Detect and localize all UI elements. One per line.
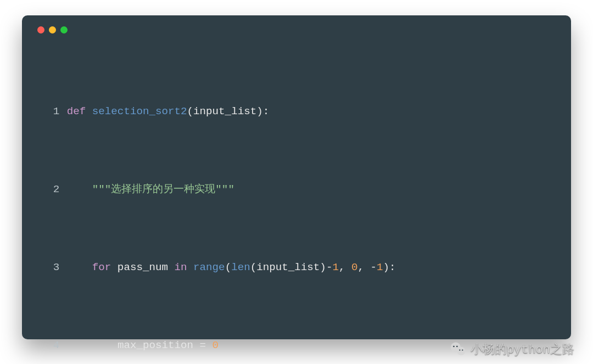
- code-window: 1 def selection_sort2(input_list): 2 """…: [22, 15, 571, 339]
- svg-point-5: [462, 350, 463, 351]
- close-dot[interactable]: [37, 26, 44, 33]
- svg-point-1: [457, 347, 465, 355]
- svg-point-4: [459, 350, 460, 351]
- line-number: 2: [37, 180, 59, 200]
- window-traffic-lights: [37, 26, 556, 33]
- watermark-text: 小杨的python之路: [471, 341, 574, 357]
- line-number: 1: [37, 102, 59, 122]
- code-line: 1 def selection_sort2(input_list):: [37, 102, 556, 122]
- svg-point-2: [453, 346, 455, 348]
- line-content: def selection_sort2(input_list):: [67, 102, 269, 122]
- line-content: """选择排序的另一种实现""": [67, 180, 234, 200]
- watermark: 小杨的python之路: [450, 341, 574, 357]
- code-line: 2 """选择排序的另一种实现""": [37, 180, 556, 200]
- svg-point-3: [456, 346, 458, 348]
- code-line: 3 for pass_num in range(len(input_list)-…: [37, 258, 556, 278]
- line-content: for pass_num in range(len(input_list)-1,…: [67, 258, 396, 278]
- wechat-icon: [450, 341, 466, 357]
- code-block: 1 def selection_sort2(input_list): 2 """…: [37, 43, 556, 364]
- maximize-dot[interactable]: [60, 26, 68, 33]
- line-content: max_position = 0: [67, 336, 219, 356]
- minimize-dot[interactable]: [49, 26, 56, 33]
- line-number: 3: [37, 258, 59, 278]
- line-number: 4: [37, 336, 59, 356]
